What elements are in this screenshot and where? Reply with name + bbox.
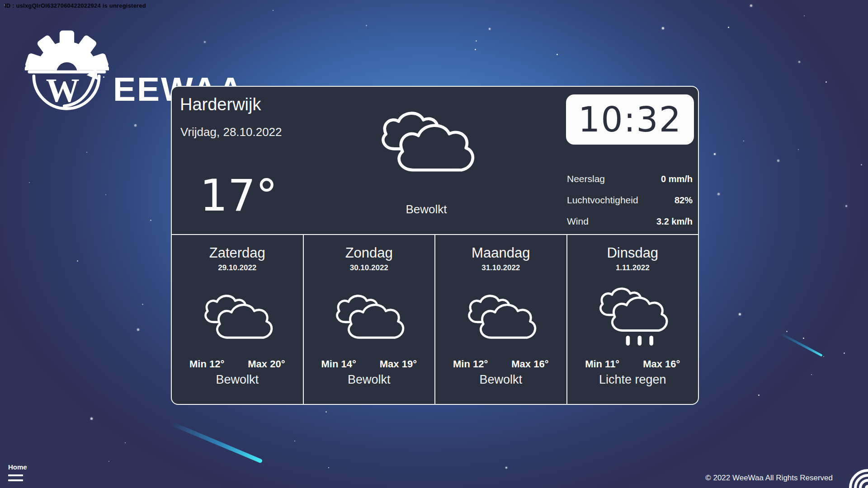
max-temperature: Max 19°	[380, 358, 417, 370]
max-temperature: Max 16°	[511, 358, 548, 370]
forecast-date: 29.10.2022	[218, 263, 256, 272]
forecast-date: 30.10.2022	[350, 263, 388, 272]
stat-label: Neerslag	[567, 174, 605, 184]
current-weather-panel: Harderwijk Vrijdag, 28.10.2022 17° Bewol…	[172, 87, 698, 235]
stat-value: 0 mm/h	[661, 174, 693, 184]
minmax-row: Min 14° Max 19°	[321, 358, 417, 370]
stat-humidity: Luchtvochtigheid 82%	[567, 195, 693, 206]
stat-label: Luchtvochtigheid	[567, 195, 638, 206]
menu-icon	[8, 474, 23, 476]
forecast-condition: Lichte regen	[599, 373, 666, 387]
max-temperature: Max 16°	[643, 358, 680, 370]
max-temperature: Max 20°	[248, 358, 285, 370]
current-date: Vrijdag, 28.10.2022	[180, 125, 282, 139]
clouds-icon	[330, 272, 407, 357]
forecast-day: Dinsdag	[607, 245, 658, 261]
home-menu-button[interactable]: Home	[8, 463, 27, 481]
stat-precipitation: Neerslag 0 mm/h	[567, 174, 693, 184]
weather-stats: Neerslag 0 mm/h Luchtvochtigheid 82% Win…	[567, 174, 693, 227]
stat-value: 82%	[675, 195, 693, 206]
min-temperature: Min 14°	[321, 358, 356, 370]
forecast-condition: Bewolkt	[479, 373, 522, 387]
forecast-column-2: Zondag 30.10.2022 Min 14° Max 19° Bewolk…	[303, 235, 435, 405]
forecast-day: Zondag	[345, 245, 393, 261]
clock-time: 10:32	[578, 99, 682, 140]
clock: 10:32	[566, 94, 694, 145]
forecast-date: 31.10.2022	[481, 263, 520, 272]
min-temperature: Min 12°	[189, 358, 224, 370]
forecast-column-3: Maandag 31.10.2022 Min 12° Max 16° Bewol…	[434, 235, 566, 405]
clouds-icon	[374, 105, 478, 175]
forecast-panel: Zaterdag 29.10.2022 Min 12° Max 20° Bewo…	[172, 235, 698, 405]
forecast-column-4: Dinsdag 1.11.2022 Min 11° Max 16° Lichte…	[566, 235, 698, 405]
copyright-text: © 2022 WeeWaa All Rights Reserved	[705, 474, 833, 483]
forecast-column-1: Zaterdag 29.10.2022 Min 12° Max 20° Bewo…	[172, 235, 303, 405]
weather-dashboard: ID : uslxgQIrOl6327060422022924 is unreg…	[0, 0, 868, 488]
clouds-icon	[462, 272, 539, 357]
minmax-row: Min 11° Max 16°	[585, 358, 680, 370]
menu-icon	[8, 479, 23, 481]
stat-value: 3.2 km/h	[656, 216, 693, 227]
gear-logo-icon: W	[24, 26, 109, 112]
stat-label: Wind	[567, 216, 589, 227]
weather-card: Harderwijk Vrijdag, 28.10.2022 17° Bewol…	[171, 86, 699, 405]
clouds-icon	[199, 272, 276, 357]
forecast-day: Zaterdag	[209, 245, 265, 261]
forecast-condition: Bewolkt	[216, 373, 259, 387]
forecast-day: Maandag	[472, 245, 530, 261]
current-condition: Bewolkt	[374, 202, 478, 216]
city-name: Harderwijk	[180, 95, 261, 114]
minmax-row: Min 12° Max 20°	[189, 358, 285, 370]
home-label: Home	[8, 463, 27, 471]
min-temperature: Min 12°	[453, 358, 488, 370]
signal-icon	[847, 467, 868, 488]
minmax-row: Min 12° Max 16°	[453, 358, 548, 370]
min-temperature: Min 11°	[585, 358, 619, 370]
light-rain-icon	[594, 272, 671, 357]
stat-wind: Wind 3.2 km/h	[567, 216, 693, 227]
forecast-date: 1.11.2022	[616, 263, 650, 272]
current-temperature: 17°	[200, 174, 278, 217]
forecast-condition: Bewolkt	[348, 373, 391, 387]
registration-banner: ID : uslxgQIrOl6327060422022924 is unreg…	[5, 2, 146, 9]
